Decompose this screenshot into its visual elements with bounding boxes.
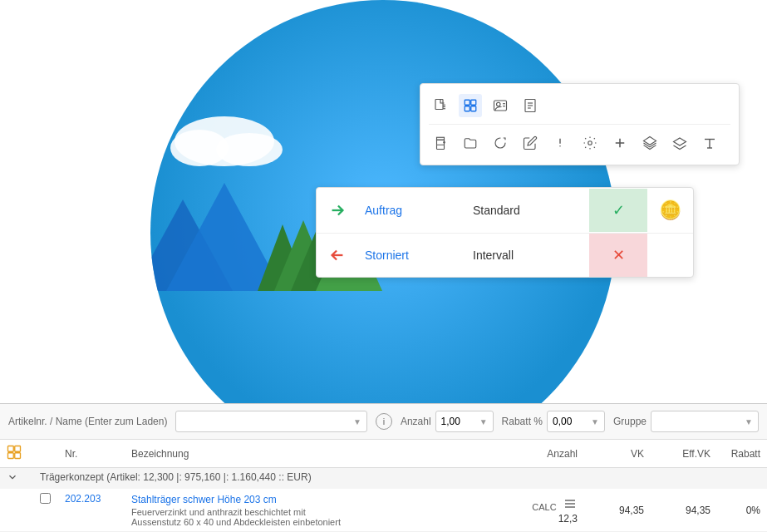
svg-rect-49 xyxy=(8,453,14,459)
item-sub1: Feuerverzinkt und anthrazit beschichtet … xyxy=(131,507,503,517)
info-icon: i xyxy=(383,416,385,426)
svg-rect-34 xyxy=(437,145,445,149)
item-effvk: 94,35 xyxy=(686,505,710,516)
rabatt-group: Rabatt % 0,00 ▼ xyxy=(502,411,605,432)
item-calc-anzahl-cell: CALC 12,3 xyxy=(509,489,584,531)
svg-point-36 xyxy=(444,142,445,144)
svg-rect-24 xyxy=(465,106,470,111)
status-row-storniert: Storniert Intervall ✕ xyxy=(317,234,693,277)
edit-icon[interactable] xyxy=(519,131,542,155)
toolbar-row-1 xyxy=(429,91,730,125)
info-button[interactable]: i xyxy=(376,413,392,430)
item-nr-cell[interactable]: 202.203 xyxy=(58,489,125,531)
arrow-left-icon xyxy=(317,234,358,276)
refresh-icon[interactable] xyxy=(489,131,512,155)
calc-badge: CALC xyxy=(532,502,556,512)
group-label: Trägerkonzept (Artikel: 12,300 |: 975,16… xyxy=(33,468,767,490)
rabatt-field[interactable]: 0,00 ▼ xyxy=(547,411,605,432)
filter-row: Artikelnr. / Name (Enter zum Laden) ▼ i … xyxy=(0,404,767,440)
item-checkbox-cell[interactable] xyxy=(33,489,58,531)
new-document-icon[interactable] xyxy=(429,94,452,117)
anzahl-group: Anzahl 1,00 ▼ xyxy=(401,411,494,432)
print-icon[interactable] xyxy=(429,131,452,155)
th-anzahl: Anzahl xyxy=(509,440,584,468)
rabatt-chevron-icon: ▼ xyxy=(591,417,599,426)
artikel-select[interactable]: ▼ xyxy=(175,411,366,432)
grid-layout-icon[interactable] xyxy=(459,94,482,117)
status-auftrag-type: Standard xyxy=(466,192,589,229)
svg-rect-47 xyxy=(8,446,14,452)
check-red-cell: ✕ xyxy=(589,234,647,277)
item-title: Stahlträger schwer Höhe 203 cm xyxy=(131,493,503,507)
settings-icon[interactable] xyxy=(578,131,602,155)
check-green-cell: ✓ xyxy=(589,189,647,232)
anzahl-value: 1,00 xyxy=(441,416,460,427)
layers-down-icon[interactable] xyxy=(668,131,691,155)
filter-bar-label: Artikelnr. / Name (Enter zum Laden) xyxy=(8,416,167,427)
th-checkbox xyxy=(33,440,58,468)
anzahl-chevron-icon: ▼ xyxy=(479,417,488,426)
gruppe-group: Gruppe ▼ xyxy=(613,411,759,432)
items-table: Nr. Bezeichnung Anzahl VK Eff.VK Rabatt … xyxy=(0,440,767,532)
item-rabatt: 0% xyxy=(746,505,760,516)
svg-point-39 xyxy=(588,141,592,145)
svg-rect-48 xyxy=(15,446,21,452)
arrow-right-icon xyxy=(317,190,358,231)
gruppe-label: Gruppe xyxy=(613,416,647,427)
status-auftrag-label[interactable]: Auftrag xyxy=(358,192,466,229)
svg-point-27 xyxy=(497,102,501,106)
group-expand-cell[interactable] xyxy=(0,468,33,490)
status-storniert-label[interactable]: Storniert xyxy=(358,237,466,273)
coin-cell: 🪙 xyxy=(647,188,693,233)
item-anzahl: 12,3 xyxy=(558,513,578,525)
toolbar-row-2 xyxy=(429,128,730,158)
anzahl-field[interactable]: 1,00 ▼ xyxy=(435,411,494,432)
toolbar-panel xyxy=(420,83,740,165)
document-alt-icon[interactable] xyxy=(519,94,542,117)
svg-rect-18 xyxy=(435,100,443,110)
status-panel: Auftrag Standard ✓ 🪙 Storniert Intervall… xyxy=(316,187,694,278)
status-row-auftrag: Auftrag Standard ✓ 🪙 xyxy=(317,188,693,234)
table-group-row: Trägerkonzept (Artikel: 12,300 |: 975,16… xyxy=(0,468,767,490)
chevron-down-icon: ▼ xyxy=(353,417,361,426)
table-header-row: Nr. Bezeichnung Anzahl VK Eff.VK Rabatt xyxy=(0,440,767,468)
th-vk: VK xyxy=(584,440,651,468)
svg-rect-22 xyxy=(465,100,470,105)
item-vk-cell: 94,35 xyxy=(584,489,651,531)
anzahl-label: Anzahl xyxy=(401,416,431,427)
th-nr: Nr. xyxy=(58,440,125,468)
th-icon xyxy=(0,440,33,468)
exclamation-icon[interactable] xyxy=(548,131,572,155)
gruppe-chevron-icon: ▼ xyxy=(745,417,753,426)
item-sub2: Aussenstutz 60 x 40 und Abdeckleisten ei… xyxy=(131,517,503,527)
status-storniert-type: Intervall xyxy=(466,237,589,273)
rabatt-value: 0,00 xyxy=(553,416,572,427)
rabatt-label: Rabatt % xyxy=(502,416,543,427)
svg-marker-43 xyxy=(674,138,686,145)
contact-card-icon[interactable] xyxy=(489,94,512,117)
item-nr-link[interactable]: 202.203 xyxy=(65,493,101,505)
svg-rect-23 xyxy=(471,100,476,105)
add-icon[interactable] xyxy=(608,131,632,155)
svg-rect-25 xyxy=(471,106,476,111)
svg-point-38 xyxy=(559,145,561,147)
main-table-area: Artikelnr. / Name (Enter zum Laden) ▼ i … xyxy=(0,403,767,532)
coin-icon: 🪙 xyxy=(659,200,681,221)
item-checkbox[interactable] xyxy=(40,493,51,504)
cross-icon: ✕ xyxy=(612,246,625,264)
checkmark-icon: ✓ xyxy=(612,201,625,219)
item-vk: 94,35 xyxy=(619,505,644,516)
th-rabatt: Rabatt xyxy=(717,440,767,468)
text-format-icon[interactable] xyxy=(698,131,721,155)
svg-marker-42 xyxy=(644,137,656,145)
item-bezeichnung-cell: Stahlträger schwer Höhe 203 cm Feuerverz… xyxy=(125,489,509,531)
svg-rect-35 xyxy=(437,137,445,140)
empty-coin-cell xyxy=(647,244,693,267)
svg-point-4 xyxy=(216,133,283,166)
gruppe-select[interactable]: ▼ xyxy=(651,411,759,432)
list-icon[interactable] xyxy=(563,496,578,511)
table-row: 202.203 Stahlträger schwer Höhe 203 cm F… xyxy=(0,489,767,531)
layers-icon[interactable] xyxy=(638,131,661,155)
svg-rect-50 xyxy=(15,453,21,459)
folder-icon[interactable] xyxy=(459,131,482,155)
